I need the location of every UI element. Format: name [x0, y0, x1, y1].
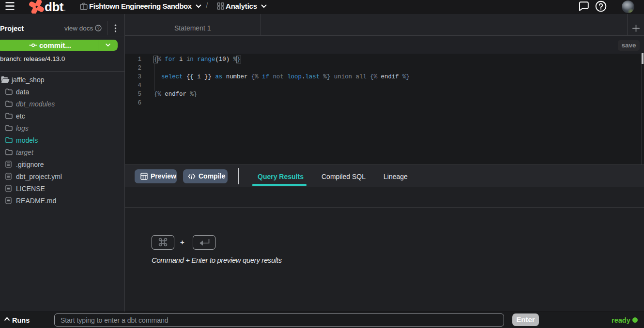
svg-text:?: ? [97, 26, 100, 30]
